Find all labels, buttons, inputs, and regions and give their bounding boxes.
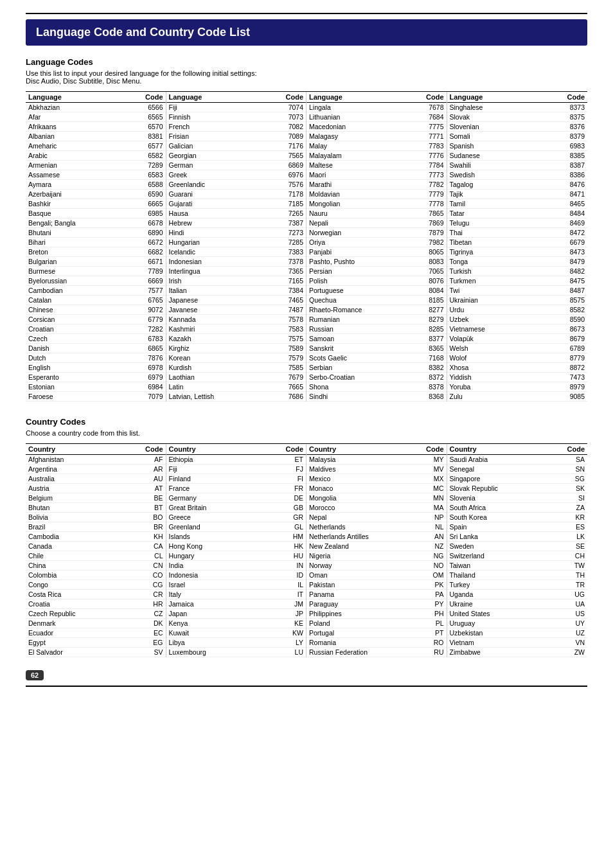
- language-name: Dutch: [26, 353, 123, 363]
- country-code: GL: [258, 522, 306, 532]
- country-name: Spain: [447, 522, 546, 532]
- country-row: MexicoMX: [306, 474, 447, 484]
- language-code: 8679: [537, 334, 587, 344]
- country-col-header-country: Country: [306, 444, 410, 455]
- country-code: NZ: [410, 542, 447, 551]
- language-row: Thai8472: [447, 228, 588, 238]
- language-col-1: LanguageCodeAbkhazian6566Afar6565Afrikaa…: [26, 92, 166, 402]
- country-row: FinlandFI: [166, 474, 306, 484]
- language-row: Corsican6779: [26, 315, 166, 324]
- language-row: Cambodian7577: [26, 286, 166, 296]
- country-code: IT: [258, 590, 306, 599]
- country-name: Maldives: [306, 465, 410, 474]
- country-row: PhilippinesPH: [306, 609, 447, 619]
- country-code: GR: [258, 513, 306, 522]
- language-row: Hausa7265: [166, 209, 306, 218]
- language-tables: LanguageCodeAbkhazian6566Afar6565Afrikaa…: [26, 91, 587, 402]
- country-section-desc: Choose a country code from this list.: [26, 429, 587, 437]
- language-name: Interlingua: [166, 267, 263, 276]
- lang-col-header-language: Language: [166, 92, 263, 103]
- country-name: Austria: [26, 484, 123, 493]
- country-row: Costa RicaCR: [26, 590, 166, 599]
- country-row: HungaryHU: [166, 551, 306, 561]
- language-code: 8373: [537, 103, 587, 112]
- language-row: Assamese6583: [26, 170, 166, 180]
- language-row: Javanese7487: [166, 305, 306, 315]
- country-code: TH: [546, 571, 587, 580]
- language-row: Kashmiri7583: [166, 324, 306, 334]
- country-row: PakistanPK: [306, 580, 447, 590]
- language-name: Maori: [306, 170, 407, 180]
- country-code: UA: [546, 599, 587, 609]
- language-name: Sindhi: [306, 392, 407, 402]
- country-code: NP: [410, 513, 447, 522]
- language-name: Tonga: [447, 257, 537, 267]
- language-name: Zulu: [447, 392, 537, 402]
- country-code: ET: [258, 455, 306, 465]
- language-code: 7578: [262, 315, 306, 324]
- language-row: Uzbek8590: [447, 315, 588, 324]
- country-name: Uzbekistan: [447, 628, 546, 638]
- country-col-3: CountryCodeMalaysiaMYMaldivesMVMexicoMXM…: [306, 444, 447, 657]
- country-row: RomaniaRO: [306, 638, 447, 648]
- language-row: Yiddish7473: [447, 373, 588, 382]
- country-name: Saudi Arabia: [447, 455, 546, 465]
- country-name: Canada: [26, 542, 123, 551]
- language-row: Polish8076: [306, 276, 447, 286]
- country-name: Pakistan: [306, 580, 410, 590]
- language-name: Norwegian: [306, 228, 407, 238]
- country-code: SE: [546, 542, 587, 551]
- language-code: 7876: [123, 353, 166, 363]
- country-code: KW: [258, 628, 306, 638]
- language-name: Abkhazian: [26, 103, 123, 112]
- language-code: 6678: [123, 218, 166, 228]
- language-code: 8590: [537, 315, 587, 324]
- language-name: Ameharic: [26, 141, 123, 151]
- language-name: Croatian: [26, 324, 123, 334]
- language-row: Afrikaans6570: [26, 122, 166, 132]
- language-code: 7575: [262, 334, 306, 344]
- language-name: Turkish: [447, 267, 537, 276]
- language-row: Dutch7876: [26, 353, 166, 363]
- language-row: Latin7665: [166, 382, 306, 392]
- language-row: Yoruba8979: [447, 382, 588, 392]
- language-code: 6985: [123, 209, 166, 218]
- language-code: 7079: [123, 392, 166, 402]
- language-code: 8382: [407, 363, 446, 373]
- language-row: Welsh6789: [447, 344, 588, 353]
- page-number: 62: [26, 670, 44, 680]
- country-row: PolandPL: [306, 619, 447, 628]
- language-name: Corsican: [26, 315, 123, 324]
- language-row: Xhosa8872: [447, 363, 588, 373]
- country-name: Chile: [26, 551, 123, 561]
- language-code: 7869: [407, 218, 446, 228]
- country-name: Indonesia: [166, 571, 258, 580]
- country-tables: CountryCodeAfghanistanAFArgentinaARAustr…: [26, 443, 587, 657]
- language-name: Malayalam: [306, 151, 407, 161]
- country-name: Slovenia: [447, 493, 546, 503]
- country-name: Russian Federation: [306, 648, 410, 657]
- language-row: Volapük8679: [447, 334, 588, 344]
- language-row: Swedish8386: [447, 170, 588, 180]
- language-code: 6765: [123, 296, 166, 305]
- country-name: Bolivia: [26, 513, 123, 522]
- language-row: Portuguese8084: [306, 286, 447, 296]
- language-row: Mongolian7778: [306, 199, 447, 209]
- country-row: NepalNP: [306, 513, 447, 522]
- language-code: 8465: [537, 199, 587, 209]
- country-name: Romania: [306, 638, 410, 648]
- country-name: Monaco: [306, 484, 410, 493]
- language-row: Tajik8471: [447, 190, 588, 199]
- country-row: TurkeyTR: [447, 580, 588, 590]
- language-name: Spanish: [447, 141, 537, 151]
- lang-col-header-language: Language: [447, 92, 537, 103]
- language-code: 8471: [537, 190, 587, 199]
- language-row: Greenlandic7576: [166, 180, 306, 190]
- lang-col-header-code: Code: [407, 92, 446, 103]
- language-row: Interlingua7365: [166, 267, 306, 276]
- language-name: Tamil: [447, 199, 537, 209]
- language-code: 7775: [407, 122, 446, 132]
- language-name: Azerbaijani: [26, 190, 123, 199]
- country-row: PanamaPA: [306, 590, 447, 599]
- language-code: 7577: [123, 286, 166, 296]
